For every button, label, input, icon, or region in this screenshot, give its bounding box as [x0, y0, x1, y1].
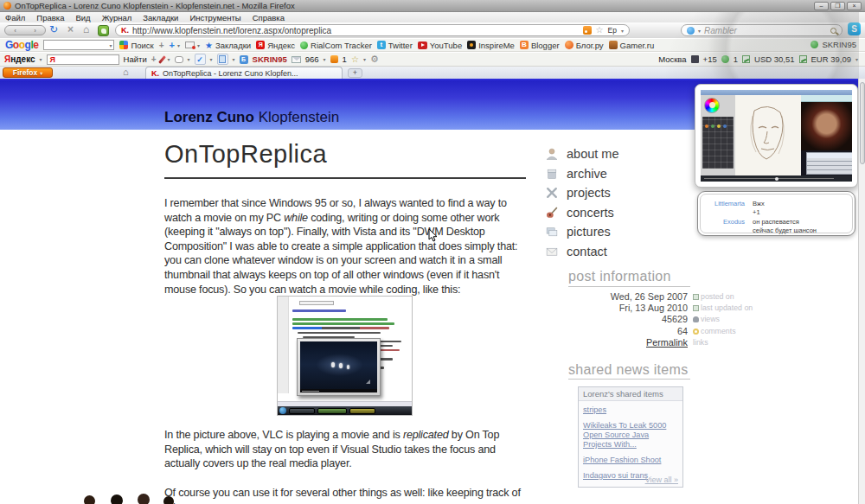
weather-city[interactable]: Москва — [658, 54, 686, 64]
maximize-button[interactable]: ❐ — [830, 2, 845, 10]
search-placeholder[interactable]: Rambler — [704, 26, 737, 35]
sidebar-item-about-me[interactable]: about me — [545, 144, 692, 164]
scrollbar-thumb[interactable] — [860, 82, 865, 164]
firefox-menu-button[interactable]: Firefox▾ — [3, 67, 53, 78]
youtube-button[interactable]: YouTube — [418, 41, 462, 50]
youtube-icon — [418, 41, 427, 49]
url-text[interactable]: http://www.klopfenstein.net/lorenz.aspx/… — [132, 26, 331, 35]
sidebar-item-archive[interactable]: archive — [545, 164, 692, 184]
menu-help[interactable]: Справка — [253, 13, 285, 22]
article-paragraph-2: In the picture above, VLC is playing a m… — [164, 428, 528, 471]
plus-icon[interactable]: + — [151, 54, 157, 64]
menu-history[interactable]: Журнал — [102, 13, 132, 22]
sidebar-item-contact[interactable]: contact — [545, 242, 692, 262]
blogru-icon — [565, 41, 573, 49]
usd-rate[interactable]: USD 30,51 — [754, 54, 794, 64]
yandex-search-input[interactable]: Я — [47, 54, 119, 65]
home-tab-icon[interactable]: ⌂ — [123, 67, 129, 77]
gamerru-button[interactable]: Gamer.ru — [609, 41, 655, 50]
skype-icon[interactable]: S — [848, 22, 861, 35]
google-search-input[interactable]: ▾ — [43, 40, 114, 50]
yandex-find-button[interactable]: Найти — [124, 54, 147, 64]
twitter-button[interactable]: tTwitter — [377, 41, 413, 50]
weather-temp[interactable]: +15 — [703, 54, 717, 64]
menu-tools[interactable]: Инструменты — [189, 13, 240, 22]
reload-icon[interactable]: ↻ — [49, 24, 58, 35]
traffic-level[interactable]: 1 — [734, 54, 738, 64]
close-button[interactable]: × — [847, 2, 862, 10]
spellcheck-toggle[interactable]: ✓ — [195, 54, 206, 65]
rss-icon[interactable] — [583, 26, 592, 35]
search-bar[interactable]: ▾ Rambler — [681, 24, 843, 36]
bag-count[interactable]: 1 — [343, 54, 347, 64]
gmail-icon[interactable] — [185, 41, 195, 48]
sidebar-item-concerts[interactable]: concerts — [545, 203, 692, 223]
taskbar — [278, 406, 412, 415]
shared-item-link[interactable]: stripes — [583, 405, 678, 415]
article-title: OnTopReplica — [164, 140, 327, 169]
eur-chart-icon — [799, 55, 807, 63]
google-bookmarks-button[interactable]: ★Закладки — [205, 41, 251, 50]
yandex-brand[interactable]: Яндекс — [4, 54, 35, 64]
favorites-star-icon[interactable]: ☆ — [351, 54, 359, 64]
view-all-link[interactable]: View all » — [645, 475, 678, 484]
plus-icon[interactable]: + — [159, 41, 164, 50]
mail-count[interactable]: 966 — [305, 54, 319, 64]
article-paragraph-3: Of course you can use it for several oth… — [164, 486, 528, 504]
yandex-button[interactable]: ЯЯндекс — [256, 41, 295, 50]
menu-file[interactable]: Файл — [5, 13, 25, 22]
permalink-link[interactable]: Permalink — [517, 337, 688, 348]
gear-icon[interactable]: ⚙ — [370, 54, 379, 65]
rialcom-tracker-button[interactable]: RialCom Tracker — [300, 41, 372, 50]
video-popup-panel[interactable] — [695, 84, 858, 188]
search-icon[interactable] — [830, 28, 836, 34]
services-icon[interactable] — [330, 55, 338, 63]
forward-icon[interactable]: › — [34, 27, 36, 35]
page-scrollbar[interactable] — [858, 79, 865, 504]
tab-bar: Firefox▾ ⌂ K OnTopReplica - Lorenz Cuno … — [0, 67, 865, 79]
google-search-button[interactable]: Поиск — [119, 41, 153, 50]
skrin-account-label[interactable]: SKRIN95 — [822, 40, 856, 49]
article-screenshot[interactable] — [277, 296, 413, 416]
comments-bubble-icon[interactable] — [175, 56, 183, 63]
site-favicon: K — [121, 26, 129, 35]
mail-icon[interactable] — [292, 56, 301, 63]
search-engine-icon[interactable] — [687, 27, 695, 35]
new-tab-button[interactable]: + — [348, 68, 362, 78]
page-info-toggle[interactable] — [217, 54, 228, 65]
translate-icon[interactable]: Б — [240, 55, 248, 64]
back-forward-buttons[interactable]: ‹ › — [4, 25, 46, 35]
bookmark-star-icon[interactable]: ☆ — [596, 26, 604, 35]
sidebar-item-pictures[interactable]: pictures — [545, 222, 692, 242]
eur-rate[interactable]: EUR 39,09 — [811, 54, 851, 64]
tab-ontopreplica[interactable]: K OnTopReplica - Lorenz Cuno Klopfen... — [145, 67, 343, 79]
sidebar-item-projects[interactable]: projects — [545, 183, 692, 203]
minimize-button[interactable]: – — [814, 2, 829, 10]
chevron-down-icon[interactable]: ▾ — [621, 28, 624, 34]
add-gadget-icon[interactable]: + — [170, 40, 175, 50]
site-title[interactable]: Lorenz Cuno Klopfenstein — [164, 109, 339, 126]
reference-window-bar — [801, 95, 852, 102]
chat-popup-panel[interactable]: LittlemartaВжх +1 Exodusон распевается с… — [697, 191, 855, 236]
shared-item-link[interactable]: Wikileaks To Leak 5000 Open Source Java … — [583, 421, 678, 450]
photos-icon — [545, 225, 559, 239]
evernote-icon[interactable] — [98, 25, 109, 36]
menu-view[interactable]: Вид — [75, 13, 90, 22]
chevron-down-icon[interactable]: ▾ — [698, 28, 701, 34]
blogger-button[interactable]: BBlogger — [520, 41, 560, 50]
stop-icon[interactable]: × — [67, 24, 74, 35]
url-bar[interactable]: K http://www.klopfenstein.net/lorenz.asp… — [115, 24, 630, 36]
shared-item-link[interactable]: iPhone Fashion Shoot — [583, 456, 678, 465]
menu-bookmarks[interactable]: Закладки — [143, 13, 178, 22]
bookmark-folder-label[interactable]: Ер — [608, 26, 617, 35]
updated-date: Fri, 13 Aug 2010 — [517, 303, 688, 314]
yandex-account-label[interactable]: SKRIN95 — [253, 54, 287, 64]
blogru-button[interactable]: Блог.ру — [565, 41, 604, 50]
home-icon[interactable]: ⌂ — [83, 24, 89, 35]
back-icon[interactable]: ‹ — [14, 27, 16, 35]
envelope-icon — [545, 245, 559, 258]
menu-edit[interactable]: Правка — [36, 13, 64, 22]
pencil-icon[interactable] — [158, 55, 166, 64]
traffic-icon — [721, 55, 729, 63]
inspireme-button[interactable]: InspireMe — [467, 41, 515, 50]
